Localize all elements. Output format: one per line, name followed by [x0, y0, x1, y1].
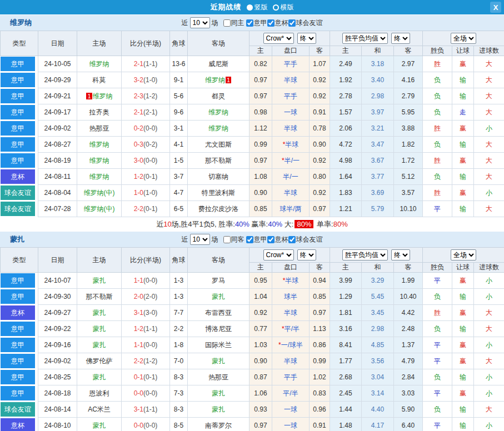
league-checkbox[interactable] [288, 19, 296, 27]
draw-odds-cell: 3.56 [362, 353, 394, 369]
same-venue-checkbox[interactable] [223, 19, 231, 27]
match-row: 意甲24-09-22蒙扎1-2(1-1)2-2博洛尼亚0.77*平/半1.133… [1, 321, 504, 337]
column-header-corner: 角球 [170, 248, 188, 273]
team-label: 维罗纳 [89, 60, 109, 68]
result-cell: 平 [423, 273, 452, 289]
team-label: 维罗纳 [208, 124, 228, 132]
score-cell: 1-1(0-0) [122, 273, 170, 289]
lose-odds-cell: 4.16 [394, 72, 423, 88]
scope-select[interactable]: 全场 [451, 249, 476, 260]
win-odds-cell: 4.72 [330, 137, 362, 153]
lose-odds-cell: 5.95 [394, 104, 423, 121]
team-label: 蒙扎 [93, 373, 106, 381]
score-cell: 2-1(2-1) [122, 104, 170, 121]
league-filter[interactable]: 意甲 [246, 18, 267, 28]
league-checkbox[interactable] [288, 236, 296, 243]
same-venue-filter[interactable]: 同主 [223, 18, 244, 28]
league-filter[interactable]: 球会友谊 [288, 235, 323, 244]
half-time-score: (1-1) [143, 325, 157, 333]
half-time-score: (1-0) [143, 76, 157, 84]
team-label: 维罗纳(中) [84, 189, 115, 197]
vertical-layout-label[interactable]: 竖版 [255, 3, 268, 12]
team-sections: 维罗纳 近 10 场 同主 意甲意杯球会友谊 类型 [0, 14, 504, 431]
filter-controls: 近 10 场 同主 意甲意杯球会友谊 [182, 17, 323, 28]
away-team-cell: 布雷西亚 [188, 305, 249, 321]
match-row: 意甲24-08-27维罗纳0-3(0-2)4-1尤文图斯0.99*半球0.904… [1, 137, 504, 153]
result-cell: 平 [423, 418, 452, 431]
games-label: 场 [212, 18, 218, 28]
score-cell: 2-2(0-1) [122, 201, 170, 217]
away-team-cell: 博洛尼亚 [188, 321, 249, 337]
handicap-label: 一球 [284, 108, 297, 116]
draw-odds-cell: 3.14 [362, 385, 394, 402]
half-time-score: (3-0) [143, 309, 157, 317]
league-filter[interactable]: 意杯 [267, 18, 288, 28]
goals-result-cell: 小 [474, 369, 504, 385]
league-filter[interactable]: 球会友谊 [288, 18, 323, 28]
bookmaker-select[interactable]: Crow* [263, 249, 294, 260]
away-team-cell: 国际米兰 [188, 337, 249, 353]
lose-odds-cell: 2.48 [394, 321, 423, 337]
home-odds-cell: 0.77 [249, 321, 272, 337]
scope-dropdown-cell: 全场 [423, 31, 504, 46]
results-table: 类型 日期 主场 比分(半场) 角球 客场 Crow* 终 胜平负均值 [0, 247, 504, 431]
match-row: 意杯24-08-11维罗纳1-2(0-1)3-7切塞纳1.08半/一0.801.… [1, 169, 504, 185]
handicap-label: 平手 [284, 92, 297, 100]
half-time-score: (2-0) [143, 293, 157, 300]
corner-cell: 4-7 [170, 185, 188, 201]
league-type-badge: 意杯 [1, 305, 36, 320]
result-cell: 负 [423, 137, 452, 153]
handicap-cell: *一/球半 [272, 337, 310, 353]
draw-odds-cell: 3.18 [362, 56, 394, 72]
draw-odds-cell: 5.45 [362, 289, 394, 305]
final-odds-select[interactable]: 终 [297, 249, 316, 260]
type-cell: 意甲 [1, 321, 38, 337]
league-filter[interactable]: 意甲 [246, 235, 267, 244]
column-header-score: 比分(半场) [122, 248, 170, 273]
handicap-label: 一球 [284, 405, 297, 413]
sub-header-result: 胜负 [423, 263, 452, 273]
full-time-score: 1-0 [134, 189, 143, 197]
league-label: 意杯 [275, 18, 288, 28]
same-venue-filter[interactable]: 同客 [223, 235, 244, 244]
league-checkbox[interactable] [246, 19, 253, 27]
result-cell: 负 [423, 104, 452, 121]
avg-odds-select[interactable]: 胜平负均值 [342, 33, 388, 44]
draw-odds-cell: 3.40 [362, 72, 394, 88]
final-avg-select[interactable]: 终 [391, 249, 410, 260]
close-button[interactable]: X [490, 2, 501, 13]
result-cell: 平 [423, 201, 452, 217]
bookmaker-select[interactable]: Crow* [263, 33, 294, 44]
team-label: 蒙扎 [212, 389, 225, 397]
final-odds-select[interactable]: 终 [297, 33, 316, 44]
league-checkbox[interactable] [267, 236, 275, 243]
draw-odds-cell: 3.77 [362, 169, 394, 185]
vertical-layout-radio[interactable] [247, 4, 253, 11]
avg-odds-select[interactable]: 胜平负均值 [342, 249, 388, 260]
match-count-select[interactable]: 10 [190, 17, 210, 28]
horizontal-layout-radio[interactable] [273, 4, 279, 11]
draw-odds-cell: 3.47 [362, 137, 394, 153]
column-header-away: 客场 [188, 248, 249, 273]
home-odds-cell: 0.90 [249, 353, 272, 369]
same-venue-checkbox[interactable] [223, 236, 231, 243]
league-filter[interactable]: 意杯 [267, 235, 288, 244]
team-label: 尤文图斯 [205, 141, 232, 148]
win-odds-cell: 2.68 [330, 369, 362, 385]
half-time-score: (1-1) [143, 405, 157, 413]
match-count-select[interactable]: 10 [190, 234, 210, 245]
team-name: 维罗纳 [10, 18, 32, 28]
summary-segment: 赢率: [249, 219, 268, 229]
scope-select[interactable]: 全场 [451, 33, 476, 44]
league-checkbox[interactable] [267, 19, 275, 27]
final-avg-select[interactable]: 终 [391, 33, 410, 44]
horizontal-layout-label[interactable]: 横版 [281, 3, 294, 12]
summary-segment: 胜率: [218, 219, 235, 229]
full-time-score: 2-1 [134, 60, 143, 68]
handicap-label: 半球 [284, 309, 297, 317]
handicap-label: 一球 [284, 422, 297, 429]
score-cell: 3-2(1-0) [122, 72, 170, 88]
column-header-home: 主场 [77, 248, 122, 273]
type-cell: 意甲 [1, 369, 38, 385]
league-checkbox[interactable] [246, 236, 253, 243]
